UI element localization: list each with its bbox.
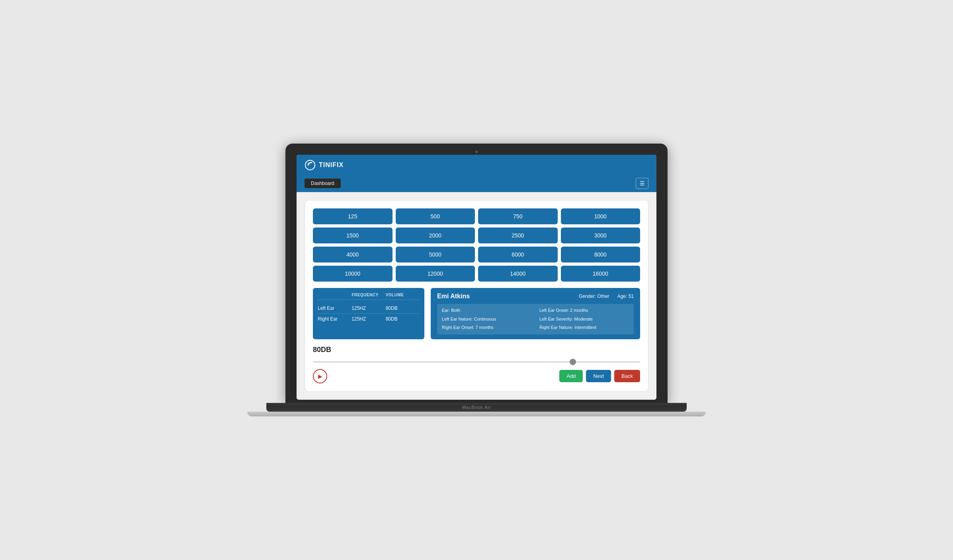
freq-button-1000[interactable]: 1000 [561, 208, 641, 224]
menu-button[interactable]: ☰ [636, 178, 648, 189]
table-row: Right Ear 125HZ 80DB [318, 314, 420, 324]
logo-icon [305, 159, 316, 171]
svg-point-0 [305, 160, 315, 170]
patient-detail-item: Right Ear Nature: Intermittent [539, 324, 629, 331]
freq-button-10000[interactable]: 10000 [313, 266, 393, 282]
content-card: 1255007501000150020002500300040005000600… [305, 200, 648, 392]
row-freq: 125HZ [352, 316, 385, 322]
row-vol: 80DB [386, 305, 420, 311]
row-vol: 80DB [386, 316, 420, 322]
app-header: TINIFIX Dashboard ☰ [297, 155, 656, 192]
row-ear: Left Ear [318, 305, 352, 311]
laptop-bottom: MacBook Air [266, 403, 687, 412]
col-frequency: FREQUENCY [352, 293, 385, 297]
patient-details: Ear: BothLeft Ear Onset: 2 monthsLeft Ea… [437, 304, 634, 334]
header-top: TINIFIX [297, 155, 656, 175]
frequency-grid: 1255007501000150020002500300040005000600… [313, 208, 640, 282]
macbook-label: MacBook Air [462, 405, 491, 410]
freq-button-3000[interactable]: 3000 [561, 228, 641, 243]
next-button[interactable]: Next [586, 370, 611, 382]
patient-gender: Gender: Other [579, 294, 609, 299]
action-buttons: Add Next Back [559, 370, 640, 382]
frequency-table: FREQUENCY VOLUME Left Ear 125HZ 80DB Rig… [313, 288, 424, 339]
table-header: FREQUENCY VOLUME [318, 293, 420, 300]
col-volume: VOLUME [386, 293, 420, 297]
main-content: 1255007501000150020002500300040005000600… [297, 192, 656, 400]
logo-area: TINIFIX [305, 159, 344, 171]
freq-button-16000[interactable]: 16000 [561, 266, 641, 282]
patient-meta: Gender: Other Age: 51 [579, 294, 634, 299]
freq-button-2000[interactable]: 2000 [396, 228, 475, 243]
app-title: TINIFIX [319, 161, 344, 169]
freq-button-14000[interactable]: 14000 [478, 266, 558, 282]
freq-button-1500[interactable]: 1500 [313, 228, 393, 243]
action-bar: ▶ Add Next Back [313, 369, 640, 383]
hamburger-icon: ☰ [640, 180, 645, 187]
freq-button-2500[interactable]: 2500 [478, 228, 558, 243]
patient-detail-item: Left Ear Nature: Continuous [442, 316, 531, 323]
patient-name: Emi Atkins [437, 293, 470, 300]
volume-slider[interactable] [313, 361, 640, 363]
patient-age: Age: 51 [617, 294, 634, 299]
patient-detail-item: Left Ear Severity: Moderate [539, 316, 629, 323]
laptop-wrapper: TINIFIX Dashboard ☰ 12550075010001500200… [285, 144, 668, 416]
freq-button-125[interactable]: 125 [313, 208, 393, 224]
table-body: Left Ear 125HZ 80DB Right Ear 125HZ 80DB [318, 303, 420, 324]
freq-button-6000[interactable]: 6000 [478, 247, 558, 262]
freq-button-12000[interactable]: 12000 [396, 266, 475, 282]
play-circle-icon: ▶ [313, 369, 327, 383]
row-freq: 125HZ [352, 305, 385, 311]
freq-button-4000[interactable]: 4000 [313, 247, 393, 262]
row-ear: Right Ear [318, 316, 352, 322]
patient-detail-item: Right Ear Onset: 7 months [442, 324, 531, 331]
play-button[interactable]: ▶ [313, 369, 327, 383]
freq-button-750[interactable]: 750 [478, 208, 558, 224]
freq-button-8000[interactable]: 8000 [561, 247, 641, 262]
screen-bezel: TINIFIX Dashboard ☰ 12550075010001500200… [285, 144, 668, 403]
back-button[interactable]: Back [614, 370, 640, 382]
camera [475, 151, 478, 153]
patient-detail-item: Left Ear Onset: 2 months [539, 307, 629, 314]
dashboard-button[interactable]: Dashboard [305, 179, 341, 188]
patient-info-card: Emi Atkins Gender: Other Age: 51 Ear: Bo… [431, 288, 640, 339]
volume-label: 80DB [313, 346, 640, 354]
volume-section: 80DB [313, 346, 640, 364]
col-ear [318, 293, 352, 297]
freq-button-5000[interactable]: 5000 [396, 247, 475, 262]
header-nav: Dashboard ☰ [297, 175, 656, 192]
patient-detail-item: Ear: Both [442, 307, 531, 314]
add-button[interactable]: Add [559, 370, 583, 382]
patient-header: Emi Atkins Gender: Other Age: 51 [437, 293, 634, 300]
table-row: Left Ear 125HZ 80DB [318, 303, 420, 314]
bottom-section: FREQUENCY VOLUME Left Ear 125HZ 80DB Rig… [313, 288, 640, 339]
screen: TINIFIX Dashboard ☰ 12550075010001500200… [297, 155, 656, 400]
freq-button-500[interactable]: 500 [396, 208, 475, 224]
laptop-base [247, 412, 706, 416]
